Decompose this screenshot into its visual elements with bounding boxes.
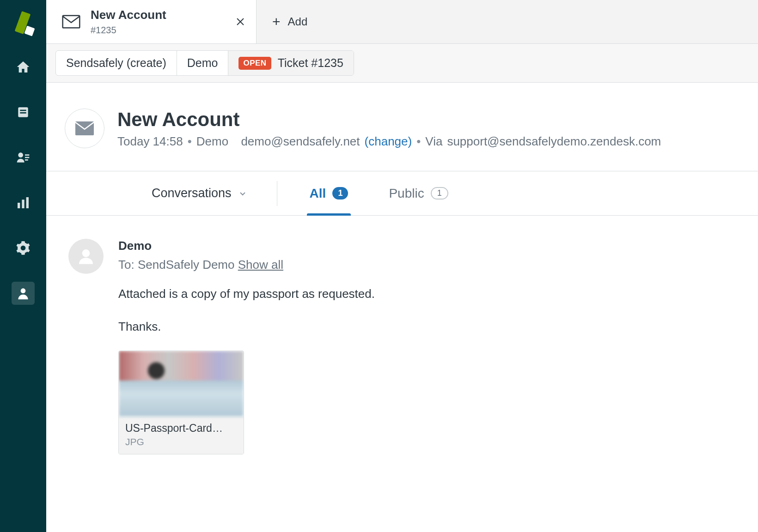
nav-agent[interactable] — [12, 282, 35, 305]
message-from[interactable]: Demo — [118, 239, 740, 253]
svg-rect-6 — [25, 159, 28, 161]
conversation-filter-bar: Conversations All 1 Public 1 — [46, 171, 758, 216]
breadcrumb-bar: Sendsafely (create) Demo OPEN Ticket #12… — [46, 44, 758, 83]
plus-icon: + — [272, 14, 281, 30]
close-icon — [235, 16, 246, 27]
chevron-down-icon — [238, 189, 247, 198]
nav-admin[interactable] — [12, 236, 35, 260]
change-requester-link[interactable]: (change) — [365, 134, 412, 149]
mail-icon — [75, 121, 94, 135]
svg-point-3 — [18, 152, 23, 157]
filter-tab-public[interactable]: Public 1 — [386, 171, 451, 215]
attachment[interactable]: US-Passport-Card… JPG — [118, 351, 244, 454]
attachment-thumbnail — [119, 351, 244, 417]
attachment-type: JPG — [125, 436, 237, 447]
via-label: Via — [425, 134, 442, 149]
sidebar — [0, 0, 46, 532]
user-avatar[interactable] — [68, 239, 104, 274]
message: Demo To: SendSafely Demo Show all Attach… — [46, 216, 758, 478]
add-tab-label: Add — [288, 15, 308, 28]
attachment-name: US-Passport-Card… — [125, 422, 237, 435]
mail-icon — [62, 15, 80, 29]
add-tab-button[interactable]: + Add — [257, 0, 323, 43]
svg-rect-1 — [20, 110, 26, 111]
nav-views[interactable] — [12, 101, 35, 124]
show-all-recipients-link[interactable]: Show all — [238, 258, 283, 272]
person-icon — [77, 247, 95, 266]
svg-point-10 — [21, 288, 26, 293]
tab-close-button[interactable] — [235, 16, 246, 27]
tab-subtitle: #1235 — [91, 24, 166, 36]
customers-icon — [16, 150, 31, 165]
nav-customers[interactable] — [12, 146, 35, 169]
ticket-email: demo@sendsafely.net — [241, 134, 360, 149]
filter-count: 1 — [332, 187, 348, 200]
svg-rect-4 — [25, 154, 29, 156]
via-email: support@sendsafelydemo.zendesk.com — [447, 134, 661, 149]
conversations-label: Conversations — [152, 186, 232, 200]
ticket-subject: New Account — [117, 109, 661, 131]
svg-rect-8 — [22, 200, 24, 208]
reporting-icon — [16, 195, 31, 210]
message-body: Attached is a copy of my passport as req… — [118, 285, 740, 336]
agent-icon — [16, 286, 31, 301]
svg-rect-11 — [63, 16, 80, 28]
message-to: To: SendSafely Demo Show all — [118, 258, 740, 272]
conversations-dropdown[interactable]: Conversations — [152, 186, 247, 200]
home-icon — [16, 60, 31, 74]
ticket-meta: Today 14:58 • Demo demo@sendsafely.net (… — [117, 134, 661, 149]
gear-icon — [16, 241, 31, 255]
svg-rect-5 — [25, 157, 29, 158]
nav-home[interactable] — [12, 55, 35, 79]
main: New Account #1235 + Add Sendsafely (crea… — [46, 0, 758, 532]
ticket-time: Today 14:58 — [117, 134, 183, 149]
filter-tab-label: All — [310, 186, 326, 201]
breadcrumb-org[interactable]: Sendsafely (create) — [56, 51, 177, 75]
tab-title: New Account — [91, 8, 166, 22]
breadcrumb: Sendsafely (create) Demo OPEN Ticket #12… — [55, 50, 354, 76]
status-badge: OPEN — [238, 57, 271, 70]
channel-avatar — [65, 109, 104, 148]
tab-bar: New Account #1235 + Add — [46, 0, 758, 44]
ticket-tab[interactable]: New Account #1235 — [46, 0, 257, 43]
ticket-header: New Account Today 14:58 • Demo demo@send… — [46, 83, 758, 171]
svg-rect-2 — [20, 112, 26, 114]
svg-rect-7 — [18, 203, 20, 208]
ticket-number-label: Ticket #1235 — [278, 56, 343, 70]
breadcrumb-user[interactable]: Demo — [177, 51, 229, 75]
ticket-requester[interactable]: Demo — [196, 134, 228, 149]
filter-tab-label: Public — [389, 186, 424, 201]
nav-reporting[interactable] — [12, 191, 35, 214]
filter-tab-all[interactable]: All 1 — [307, 171, 351, 215]
breadcrumb-ticket[interactable]: OPEN Ticket #1235 — [228, 51, 353, 75]
views-icon — [16, 105, 31, 120]
svg-rect-9 — [26, 197, 29, 208]
zendesk-logo — [12, 10, 35, 33]
svg-rect-12 — [75, 121, 94, 135]
filter-count: 1 — [431, 187, 448, 200]
svg-point-13 — [82, 249, 90, 257]
